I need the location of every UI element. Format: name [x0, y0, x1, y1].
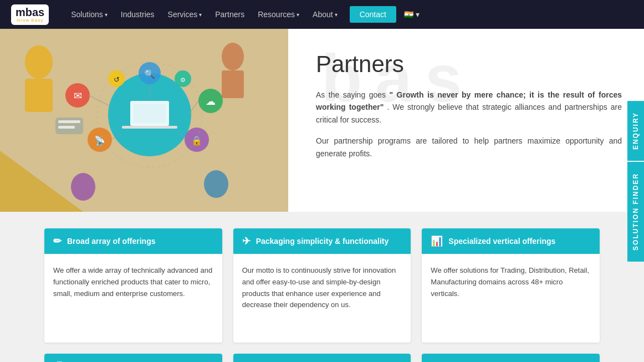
card-offerings: ✏ Broad array of offerings We offer a wi… — [44, 228, 222, 343]
svg-rect-26 — [58, 120, 80, 123]
plane-icon: ✈ — [242, 235, 251, 247]
navbar: mbas Grow Easy Solutions ▾ Industries Se… — [0, 0, 644, 29]
nav-items: Solutions ▾ Industries Services ▾ Partne… — [65, 6, 633, 23]
card-body-vertical: We offer solutions for Trading, Distribu… — [422, 254, 600, 343]
card-collaborative: ⚙ Collaborative approach — [422, 354, 600, 362]
card-best-in-class: 💎 To deliver best-in-class — [44, 354, 222, 362]
cards-section: ✏ Broad array of offerings We offer a wi… — [0, 212, 644, 362]
card-header-benefits: 🤝 Maximizing partner benefits — [233, 354, 411, 362]
nav-about[interactable]: About ▾ — [307, 7, 343, 22]
svg-text:✉: ✉ — [74, 90, 82, 101]
hero-image: ✉ ☁ 📡 🔒 🔍 ↺ ⚙ — [0, 29, 288, 212]
tech-illustration: ✉ ☁ 📡 🔒 🔍 ↺ ⚙ — [0, 29, 288, 212]
chart-icon: 📊 — [431, 235, 443, 247]
card-vertical: 📊 Specialized vertical offerings We offe… — [422, 228, 600, 343]
card-title-vertical: Specialized vertical offerings — [448, 237, 555, 246]
svg-point-3 — [222, 43, 244, 70]
svg-text:🔍: 🔍 — [144, 69, 155, 79]
hero-section: ✉ ☁ 📡 🔒 🔍 ↺ ⚙ — [0, 29, 644, 212]
hero-para2: Our partnership programs are tailored to… — [316, 135, 622, 160]
card-header-vertical: 📊 Specialized vertical offerings — [422, 228, 600, 254]
card-packaging: ✈ Packaging simplicity & functionality O… — [233, 228, 411, 343]
pen-icon: ✏ — [53, 235, 62, 247]
logo-text: mbas — [16, 7, 44, 18]
nav-services[interactable]: Services ▾ — [162, 7, 208, 22]
cards-row-bottom: 💎 To deliver best-in-class 🤝 Maximizing … — [44, 354, 600, 362]
nav-solutions[interactable]: Solutions ▾ — [65, 7, 113, 22]
hero-intro: As the saying goes — [316, 90, 386, 99]
logo-area[interactable]: mbas Grow Easy — [11, 4, 49, 25]
svg-text:📡: 📡 — [94, 135, 105, 146]
svg-text:🔒: 🔒 — [191, 135, 202, 146]
logo-box: mbas Grow Easy — [11, 4, 49, 25]
svg-rect-27 — [58, 126, 75, 129]
dropdown-caret: ▾ — [335, 12, 338, 18]
dropdown-caret: ▾ — [105, 12, 108, 18]
svg-rect-8 — [133, 104, 166, 123]
svg-text:⚙: ⚙ — [180, 77, 186, 83]
card-title-packaging: Packaging simplicity & functionality — [256, 237, 389, 246]
card-header-offerings: ✏ Broad array of offerings — [44, 228, 222, 254]
nav-partners[interactable]: Partners — [209, 7, 250, 22]
hero-description: As the saying goes " Growth is never by … — [316, 89, 622, 160]
card-body-offerings: We offer a wide array of technically adv… — [44, 254, 222, 343]
svg-point-32 — [71, 173, 95, 201]
flag-selector[interactable]: 🇮🇳 ▾ — [404, 10, 420, 19]
solution-finder-tab[interactable]: SOLUTION FINDER — [627, 162, 644, 262]
hero-content: b a s Partners As the saying goes " Grow… — [288, 29, 644, 212]
hero-para1: As the saying goes " Growth is never by … — [316, 89, 622, 126]
svg-rect-4 — [222, 70, 244, 98]
dropdown-caret: ▾ — [297, 12, 299, 18]
card-title-offerings: Broad array of offerings — [67, 237, 155, 246]
svg-point-33 — [204, 170, 228, 198]
contact-button[interactable]: Contact — [350, 6, 396, 23]
nav-resources[interactable]: Resources ▾ — [252, 7, 305, 22]
flag-caret: ▾ — [416, 10, 420, 19]
card-body-packaging: Our motto is to continuously strive for … — [233, 254, 411, 343]
cards-row-top: ✏ Broad array of offerings We offer a wi… — [44, 228, 600, 343]
card-header-collaborative: ⚙ Collaborative approach — [422, 354, 600, 362]
enquiry-tab[interactable]: ENQUIRY — [627, 100, 644, 160]
card-partner-benefits: 🤝 Maximizing partner benefits — [233, 354, 411, 362]
card-header-packaging: ✈ Packaging simplicity & functionality — [233, 228, 411, 254]
svg-text:↺: ↺ — [114, 75, 120, 84]
dropdown-caret: ▾ — [199, 12, 202, 18]
side-tabs: ENQUIRY SOLUTION FINDER — [627, 100, 644, 261]
nav-industries[interactable]: Industries — [115, 7, 160, 22]
svg-point-1 — [25, 45, 53, 79]
svg-rect-2 — [25, 79, 53, 112]
card-header-best: 💎 To deliver best-in-class — [44, 354, 222, 362]
flag-icon: 🇮🇳 — [404, 10, 413, 19]
logo-sub: Grow Easy — [17, 18, 43, 23]
svg-text:☁: ☁ — [206, 96, 216, 107]
hero-title: Partners — [316, 51, 622, 78]
svg-rect-7 — [122, 126, 177, 129]
